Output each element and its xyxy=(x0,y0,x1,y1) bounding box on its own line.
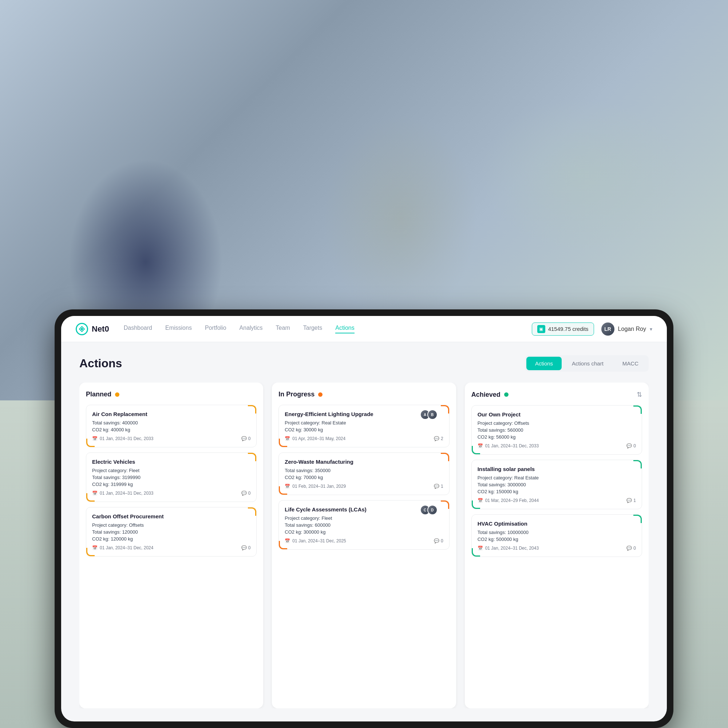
card-co2: CO2 kg: 30000 kg xyxy=(284,427,443,433)
card-date: 📅 01 Mar, 2024–29 Feb, 2044 xyxy=(477,498,539,503)
card-title: Zero-Waste Manufacturing xyxy=(284,459,443,465)
calendar-icon: 📅 xyxy=(284,484,290,489)
card-co2: CO2 kg: 40000 kg xyxy=(92,427,251,433)
calendar-icon: 📅 xyxy=(284,538,290,543)
card-list-achieved: Our Own Project Project category: Offset… xyxy=(471,405,642,700)
column-title-group-achieved: Achieved xyxy=(471,391,509,399)
logo: Net0 xyxy=(76,323,109,335)
card-comment: 💬 0 xyxy=(241,491,251,496)
list-item[interactable]: Carbon Offset Procurement Project catego… xyxy=(86,507,257,557)
column-title-planned: Planned xyxy=(86,391,112,398)
tablet-frame: Net0 Dashboard Emissions Portfolio Analy… xyxy=(55,309,673,728)
card-avatars: C D xyxy=(420,505,437,515)
nav-actions[interactable]: Actions xyxy=(335,325,354,333)
comment-icon: 💬 xyxy=(434,484,439,489)
list-item[interactable]: Zero-Waste Manufacturing Total savings: … xyxy=(278,453,449,495)
card-footer: 📅 01 Jan, 2024–31 Dec, 2025 💬 0 xyxy=(284,538,443,543)
card-title: Carbon Offset Procurement xyxy=(92,513,251,519)
card-category: Project category: Offsets xyxy=(477,421,636,426)
list-item[interactable]: Air Con Replacement Total savings: 40000… xyxy=(86,405,257,447)
card-category: Project category: Offsets xyxy=(92,522,251,528)
card-date: 📅 01 Jan, 2024–31 Dec, 2025 xyxy=(284,538,346,543)
card-category: Project category: Fleet xyxy=(92,468,251,473)
card-date: 📅 01 Apr, 2024–31 May, 2024 xyxy=(284,436,346,441)
nav-dashboard[interactable]: Dashboard xyxy=(124,325,152,333)
card-co2: CO2 kg: 319999 kg xyxy=(92,482,251,487)
comment-icon: 💬 xyxy=(626,546,632,551)
comment-icon: 💬 xyxy=(241,436,247,441)
card-co2: CO2 kg: 56000 kg xyxy=(477,434,636,440)
calendar-icon: 📅 xyxy=(284,436,290,441)
card-meta: Total savings: 3000000 xyxy=(477,482,636,487)
card-avatars: A B xyxy=(420,410,437,420)
card-date: 📅 01 Jan, 2024–31 Dec, 2033 xyxy=(92,436,153,441)
nav-analytics[interactable]: Analytics xyxy=(240,325,263,333)
card-list-planned: Air Con Replacement Total savings: 40000… xyxy=(86,405,257,700)
card-list-inprogress: A B Energy-Efficient Lighting Upgrade Pr… xyxy=(278,405,449,700)
chevron-down-icon: ▾ xyxy=(650,326,652,332)
card-title: HVAC Optimisation xyxy=(477,520,636,527)
tab-actions[interactable]: Actions xyxy=(526,357,562,370)
column-achieved: Achieved ⇅ Our Own Project Project categ… xyxy=(465,382,648,708)
nav-portfolio[interactable]: Portfolio xyxy=(205,325,226,333)
nav-targets[interactable]: Targets xyxy=(303,325,322,333)
card-date: 📅 01 Jan, 2024–31 Dec, 2033 xyxy=(92,491,153,496)
card-co2: CO2 kg: 500000 kg xyxy=(477,537,636,542)
card-co2: CO2 kg: 300000 kg xyxy=(284,529,443,535)
calendar-icon: 📅 xyxy=(477,444,483,448)
svg-point-0 xyxy=(81,328,83,330)
tab-actions-chart[interactable]: Actions chart xyxy=(563,357,612,370)
list-item[interactable]: HVAC Optimisation Total savings: 1000000… xyxy=(471,514,642,557)
card-co2: CO2 kg: 70000 kg xyxy=(284,475,443,480)
filter-icon[interactable]: ⇅ xyxy=(637,391,642,399)
column-title-achieved: Achieved xyxy=(471,391,500,399)
navbar: Net0 Dashboard Emissions Portfolio Analy… xyxy=(61,316,667,342)
calendar-icon: 📅 xyxy=(92,545,98,551)
status-dot-inprogress xyxy=(318,392,323,397)
nav-emissions[interactable]: Emissions xyxy=(165,325,192,333)
column-title-group-planned: Planned xyxy=(86,391,119,398)
card-date: 📅 01 Feb, 2024–31 Jan, 2029 xyxy=(284,484,346,489)
calendar-icon: 📅 xyxy=(92,491,98,496)
list-item[interactable]: A B Energy-Efficient Lighting Upgrade Pr… xyxy=(278,405,449,447)
page-header: Actions Actions Actions chart MACC xyxy=(80,355,648,372)
list-item[interactable]: Our Own Project Project category: Offset… xyxy=(471,405,642,455)
list-item[interactable]: Installing solar panels Project category… xyxy=(471,460,642,509)
card-date: 📅 01 Jan, 2024–31 Dec, 2024 xyxy=(92,545,153,551)
card-category: Project category: Real Estate xyxy=(284,420,443,425)
comment-icon: 💬 xyxy=(241,491,247,496)
card-meta: Total savings: 600000 xyxy=(284,522,443,528)
card-title: Installing solar panels xyxy=(477,466,636,472)
user-info[interactable]: LR Logan Roy ▾ xyxy=(601,323,652,336)
card-footer: 📅 01 Feb, 2024–31 Jan, 2029 💬 1 xyxy=(284,484,443,489)
card-category: Project category: Fleet xyxy=(284,515,443,521)
list-item[interactable]: C D Life Cycle Assessments (LCAs) Projec… xyxy=(278,500,449,550)
card-meta: Total savings: 3199990 xyxy=(92,475,251,480)
card-date: 📅 01 Jan, 2024–31 Dec, 2043 xyxy=(477,546,539,551)
nav-links: Dashboard Emissions Portfolio Analytics … xyxy=(124,325,532,333)
comment-icon: 💬 xyxy=(626,444,632,448)
card-footer: 📅 01 Jan, 2024–31 Dec, 2033 💬 0 xyxy=(92,491,251,496)
card-comment: 💬 0 xyxy=(434,538,444,543)
card-footer: 📅 01 Mar, 2024–29 Feb, 2044 💬 1 xyxy=(477,498,636,503)
card-comment: 💬 0 xyxy=(241,436,251,441)
user-name: Logan Roy xyxy=(618,326,646,332)
card-comment: 💬 1 xyxy=(434,484,444,489)
card-comment: 💬 0 xyxy=(626,444,636,448)
status-dot-planned xyxy=(115,392,119,397)
card-title: Our Own Project xyxy=(477,411,636,418)
card-meta: Total savings: 120000 xyxy=(92,529,251,535)
nav-team[interactable]: Team xyxy=(276,325,290,333)
status-dot-achieved xyxy=(504,392,509,397)
card-date: 📅 01 Jan, 2024–31 Dec, 2033 xyxy=(477,444,539,448)
card-co2: CO2 kg: 150000 kg xyxy=(477,489,636,494)
comment-icon: 💬 xyxy=(241,545,247,551)
view-tabs: Actions Actions chart MACC xyxy=(525,355,648,372)
avatar: LR xyxy=(601,323,615,336)
avatar: D xyxy=(427,505,437,515)
list-item[interactable]: Electric Vehicles Project category: Flee… xyxy=(86,453,257,502)
tab-macc[interactable]: MACC xyxy=(614,357,647,370)
kanban-board: Planned Air Con Replacement Total saving… xyxy=(80,382,648,708)
card-meta: Total savings: 10000000 xyxy=(477,530,636,535)
logo-text: Net0 xyxy=(92,324,109,334)
